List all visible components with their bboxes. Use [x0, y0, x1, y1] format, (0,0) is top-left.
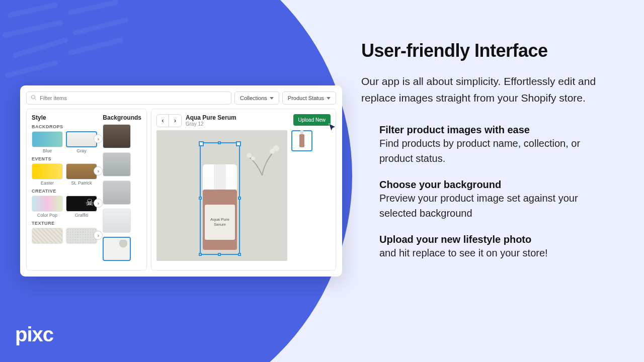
product-variant: Gray 12: [186, 121, 289, 127]
caret-down-icon: [327, 97, 331, 100]
event-easter[interactable]: Easter: [32, 163, 63, 186]
category-label-texture: TEXTURE: [32, 221, 99, 226]
category-label-backdrops: BACKDROPS: [32, 124, 99, 129]
marketing-content: User-friendly Interface Our app is all a…: [361, 40, 613, 274]
product-status-dropdown[interactable]: Product Status: [282, 92, 336, 105]
feature-filter: Filter product images with ease Find pro…: [379, 124, 613, 166]
category-label-events: EVENTS: [32, 156, 99, 161]
preview-nav: ‹ ›: [156, 114, 182, 127]
svg-line-0: [10, 5, 55, 15]
svg-line-5: [75, 20, 126, 33]
mini-bottle-icon: [299, 134, 304, 147]
filter-items-input[interactable]: [40, 95, 227, 101]
feature-background: Choose your background Preview your prod…: [379, 179, 613, 221]
preview-panel: ‹ › Aqua Pure Serum Gray 12 Upload New: [151, 109, 336, 270]
next-button[interactable]: ›: [169, 115, 181, 127]
creative-color-pop[interactable]: Color Pop: [32, 196, 63, 218]
svg-point-7: [32, 96, 35, 99]
category-label-creative: CREATIVE: [32, 189, 99, 194]
upload-new-button[interactable]: Upload New: [293, 114, 331, 126]
backgrounds-strip: [103, 124, 133, 261]
scroll-right-button[interactable]: ›: [94, 166, 103, 175]
texture-1[interactable]: [32, 228, 63, 244]
filter-bar: Collections Product Status: [26, 92, 336, 105]
caret-down-icon: [270, 97, 274, 100]
collections-label: Collections: [240, 95, 267, 101]
app-card: Collections Product Status Style BACKDRO…: [20, 85, 342, 277]
background-thumb-5[interactable]: [103, 237, 131, 261]
filter-input-wrapper[interactable]: [26, 92, 231, 105]
svg-line-3: [8, 63, 55, 75]
svg-line-8: [35, 99, 36, 100]
scroll-right-button[interactable]: ›: [94, 231, 103, 240]
headline: User-friendly Interface: [361, 40, 613, 61]
svg-point-11: [247, 153, 252, 158]
svg-line-6: [70, 40, 121, 53]
background-thumb-1[interactable]: [103, 124, 131, 148]
background-thumb-4[interactable]: [103, 209, 131, 233]
svg-line-4: [70, 3, 116, 13]
backgrounds-title: Backgrounds: [103, 114, 141, 121]
brand-logo: pixc: [15, 323, 53, 346]
cursor-icon: [328, 123, 338, 133]
variant-thumbnail[interactable]: [291, 130, 312, 151]
main-preview-canvas[interactable]: Aqua Pure Serum: [156, 130, 287, 261]
search-icon: [31, 95, 37, 102]
background-thumb-2[interactable]: [103, 152, 131, 176]
flower-decoration: [242, 140, 282, 180]
subhead: Our app is all about simplicity. Effortl…: [361, 73, 613, 106]
backdrop-blue[interactable]: Blue: [32, 131, 63, 153]
event-st-patrick[interactable]: St. Patrick: [66, 163, 97, 186]
texture-2[interactable]: [66, 228, 97, 244]
app-body: Style BACKDROPS Blue Gray › EVENTS Easte…: [26, 109, 336, 270]
feature-upload: Upload your new lifestyle photo and hit …: [379, 234, 613, 260]
svg-line-1: [5, 23, 60, 35]
style-title: Style: [32, 114, 99, 121]
collections-dropdown[interactable]: Collections: [234, 92, 279, 105]
svg-point-12: [251, 156, 255, 160]
scroll-right-button[interactable]: ›: [94, 134, 103, 143]
product-name: Aqua Pure Serum: [186, 114, 289, 121]
svg-line-2: [15, 40, 65, 55]
creative-graffiti[interactable]: Graffiti: [66, 196, 97, 218]
svg-point-10: [270, 149, 275, 154]
prev-button[interactable]: ‹: [157, 115, 169, 127]
scroll-right-button[interactable]: ›: [94, 199, 103, 208]
selection-box[interactable]: [200, 142, 240, 255]
backdrop-gray[interactable]: Gray: [66, 131, 97, 153]
style-panel: Style BACKDROPS Blue Gray › EVENTS Easte…: [26, 109, 147, 270]
background-thumb-3[interactable]: [103, 180, 131, 205]
status-label: Product Status: [288, 95, 324, 101]
brush-pattern-decoration: [0, 0, 151, 90]
